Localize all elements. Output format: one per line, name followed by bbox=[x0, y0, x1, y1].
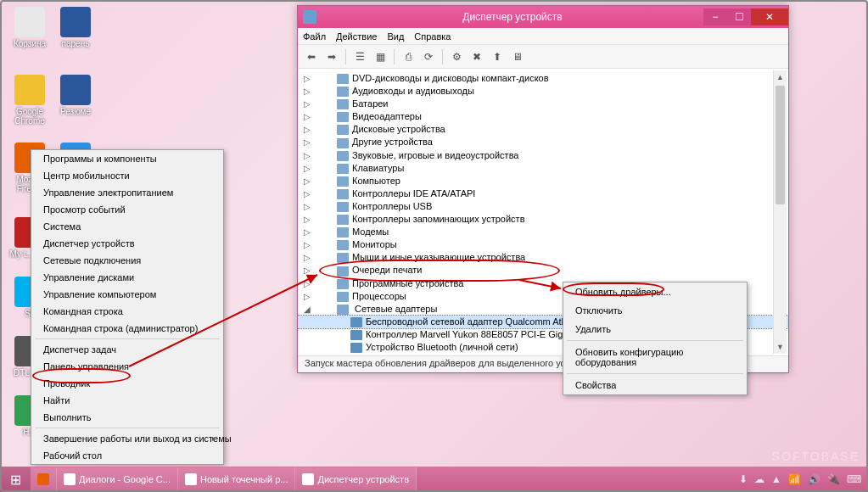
start-menu-item[interactable]: Управление дисками bbox=[31, 269, 223, 286]
start-menu-item[interactable]: Проводник bbox=[31, 375, 223, 392]
tree-node[interactable]: ▷Батареи bbox=[298, 98, 788, 110]
expand-icon[interactable]: ▷ bbox=[303, 87, 311, 96]
toolbar-icon[interactable]: ✖ bbox=[468, 48, 485, 65]
tray-icon[interactable]: ⬇ bbox=[739, 473, 748, 485]
tree-node[interactable]: ▷Мыши и иные указывающие устройства bbox=[298, 251, 788, 264]
tree-node[interactable]: ▷Очереди печати bbox=[298, 264, 788, 277]
tray-icon[interactable]: ▲ bbox=[771, 473, 781, 485]
toolbar-icon[interactable]: ⚙ bbox=[448, 48, 465, 65]
tree-node[interactable]: ▷Модемы bbox=[298, 226, 788, 238]
expand-icon[interactable]: ▷ bbox=[303, 189, 311, 198]
context-menu-item[interactable]: Отключить bbox=[563, 301, 747, 320]
menu-file[interactable]: Файл bbox=[303, 31, 326, 42]
expand-icon[interactable]: ▷ bbox=[303, 240, 311, 249]
tree-node[interactable]: ▷DVD-дисководы и дисководы компакт-диско… bbox=[298, 72, 788, 85]
scroll-up[interactable]: ▲ bbox=[774, 70, 787, 84]
start-menu-item[interactable]: Завершение работы или выход из системы bbox=[31, 430, 223, 447]
start-button[interactable]: ⊞ bbox=[0, 467, 31, 492]
tray-icon[interactable]: ☁ bbox=[754, 473, 764, 485]
desktop-icon[interactable]: Google Chrome bbox=[8, 75, 51, 126]
tree-node[interactable]: ▷Мониторы bbox=[298, 238, 788, 251]
scroll-thumb[interactable] bbox=[776, 86, 785, 204]
menu-view[interactable]: Вид bbox=[387, 31, 404, 42]
desktop-icon[interactable]: Резюме bbox=[54, 75, 97, 116]
toolbar-icon[interactable]: ☰ bbox=[351, 48, 368, 65]
expand-icon[interactable]: ▷ bbox=[303, 74, 311, 83]
start-menu-item[interactable]: Командная строка bbox=[31, 303, 223, 320]
start-menu-item[interactable]: Командная строка (администратор) bbox=[31, 320, 223, 337]
tray-icon[interactable]: 🔊 bbox=[808, 473, 820, 485]
expand-icon[interactable]: ▷ bbox=[303, 253, 311, 262]
start-menu-item[interactable]: Система bbox=[31, 218, 223, 235]
tree-label: Мониторы bbox=[352, 239, 397, 249]
expand-icon[interactable]: ▷ bbox=[303, 292, 311, 301]
taskbar-pinned[interactable] bbox=[31, 467, 57, 491]
start-menu-item[interactable]: Найти bbox=[31, 392, 223, 409]
tree-node[interactable]: ▷Контроллеры USB bbox=[298, 200, 788, 213]
toolbar-icon[interactable]: 🖥 bbox=[509, 48, 526, 65]
tree-node[interactable]: ▷Видеоадаптеры bbox=[298, 110, 788, 123]
start-menu-item[interactable]: Просмотр событий bbox=[31, 201, 223, 218]
start-menu-item[interactable]: Рабочий стол bbox=[31, 447, 223, 464]
toolbar-icon[interactable]: ⟳ bbox=[420, 48, 437, 65]
toolbar-icon[interactable]: ⬆ bbox=[489, 48, 506, 65]
back-button[interactable]: ⬅ bbox=[303, 48, 320, 65]
expand-icon[interactable]: ▷ bbox=[303, 125, 311, 134]
context-menu-item[interactable]: Обновить конфигурацию оборудования bbox=[563, 343, 747, 372]
context-menu-item[interactable]: Обновить драйверы... bbox=[563, 282, 747, 301]
start-context-menu: Программы и компонентыЦентр мобильностиУ… bbox=[31, 149, 224, 465]
toolbar-icon[interactable]: ⎙ bbox=[400, 48, 417, 65]
expand-icon[interactable]: ▷ bbox=[303, 227, 311, 237]
expand-icon[interactable]: ▷ bbox=[303, 99, 311, 109]
expand-icon[interactable]: ▷ bbox=[303, 137, 311, 147]
maximize-button[interactable]: ☐ bbox=[727, 8, 751, 25]
scroll-down[interactable]: ▼ bbox=[774, 340, 787, 354]
expand-icon[interactable]: ▷ bbox=[303, 202, 311, 211]
desktop-icon[interactable]: парень bbox=[54, 7, 97, 48]
expand-icon[interactable]: ▷ bbox=[303, 164, 311, 173]
expand-icon[interactable]: ▷ bbox=[303, 176, 311, 186]
system-tray[interactable]: ⬇ ☁ ▲ 📶 🔊 🔌 ⌨ bbox=[739, 473, 868, 485]
taskbar-button[interactable]: Диалоги - Google C... bbox=[57, 467, 178, 491]
start-menu-item[interactable]: Программы и компоненты bbox=[31, 150, 223, 167]
start-menu-item[interactable]: Управление компьютером bbox=[31, 286, 223, 303]
start-menu-item[interactable]: Центр мобильности bbox=[31, 167, 223, 184]
menu-action[interactable]: Действие bbox=[336, 31, 377, 42]
tree-node[interactable]: ▷Аудиовходы и аудиовыходы bbox=[298, 85, 788, 98]
tree-node[interactable]: ▷Контроллеры IDE ATA/ATAPI bbox=[298, 187, 788, 200]
expand-icon[interactable]: ▷ bbox=[303, 266, 311, 275]
tree-node[interactable]: ▷Клавиатуры bbox=[298, 162, 788, 175]
tree-node[interactable]: ▷Компьютер bbox=[298, 175, 788, 187]
context-menu-item[interactable]: Свойства bbox=[563, 376, 747, 394]
start-menu-item[interactable]: Выполнить bbox=[31, 409, 223, 426]
tray-icon[interactable]: ⌨ bbox=[847, 473, 861, 485]
expand-icon[interactable]: ▷ bbox=[303, 215, 311, 224]
forward-button[interactable]: ➡ bbox=[323, 48, 340, 65]
expand-icon[interactable]: ▷ bbox=[303, 151, 311, 160]
taskbar-button[interactable]: Новый точечный р... bbox=[178, 467, 296, 491]
tree-node[interactable]: ▷Контроллеры запоминающих устройств bbox=[298, 213, 788, 226]
expand-icon[interactable]: ▷ bbox=[303, 112, 311, 121]
start-menu-item[interactable]: Управление электропитанием bbox=[31, 184, 223, 201]
tree-node[interactable]: ▷Звуковые, игровые и видеоустройства bbox=[298, 149, 788, 162]
tree-node[interactable]: ▷Дисковые устройства bbox=[298, 123, 788, 136]
start-menu-item[interactable]: Сетевые подключения bbox=[31, 252, 223, 269]
titlebar[interactable]: Диспетчер устройств − ☐ ✕ bbox=[298, 6, 788, 28]
toolbar-icon[interactable]: ▦ bbox=[372, 48, 389, 65]
start-menu-item[interactable]: Диспетчер устройств bbox=[31, 235, 223, 252]
context-menu-item[interactable]: Удалить bbox=[563, 320, 747, 338]
menu-help[interactable]: Справка bbox=[414, 31, 451, 42]
expand-icon[interactable]: ▷ bbox=[303, 279, 311, 288]
start-menu-item[interactable]: Диспетчер задач bbox=[31, 341, 223, 358]
desktop-icon[interactable]: Корзина bbox=[8, 7, 51, 48]
taskbar-button[interactable]: Диспетчер устройств bbox=[295, 467, 417, 491]
expand-icon[interactable]: ◢ bbox=[303, 305, 311, 314]
tree-label: Процессоры bbox=[352, 291, 406, 301]
tray-icon[interactable]: 🔌 bbox=[827, 473, 840, 485]
tree-node[interactable]: ▷Другие устройства bbox=[298, 136, 788, 148]
minimize-button[interactable]: − bbox=[703, 8, 727, 25]
close-button[interactable]: ✕ bbox=[751, 8, 788, 25]
scrollbar[interactable]: ▲ ▼ bbox=[773, 70, 787, 354]
tray-icon[interactable]: 📶 bbox=[788, 473, 801, 485]
start-menu-item[interactable]: Панель управления bbox=[31, 358, 223, 375]
